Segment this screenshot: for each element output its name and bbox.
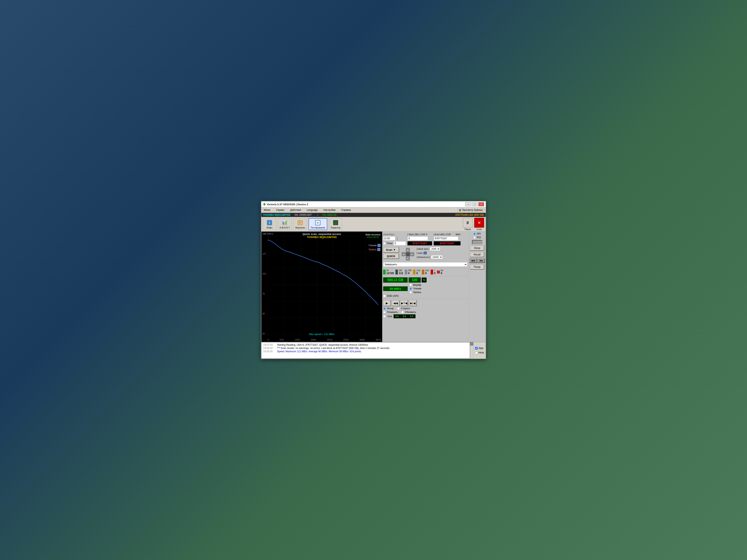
verif-label: Вериф. [413,284,421,286]
end-lba-input[interactable] [434,236,458,240]
menu-actions[interactable]: Действия [289,208,302,212]
buffer-button[interactable]: ▤ Просмотр буфера [458,208,484,212]
close-button[interactable]: ✕ [478,202,484,206]
scroll-thumb[interactable] [470,342,473,346]
menu-settings[interactable]: Настройки [323,208,336,212]
log-text-1: *** Scan results: no warnings, no errors… [277,347,390,350]
x-label-7: 467G [376,339,381,341]
timeout-select[interactable]: 10000 5000 20000 [431,255,443,259]
finish-select[interactable]: Завершить [383,262,467,267]
title-bar: ✚ Victoria 5.37 HDD/SSD | Device 2 ─ □ ✕ [261,202,486,207]
end-lba-display: 976773167 [434,241,461,245]
timer-input[interactable] [393,241,406,245]
grid-time: 00 : 00 : 02 [393,314,415,318]
timer-label: Timer [387,242,393,245]
grid-checkbox[interactable] [383,315,386,318]
time-input[interactable] [383,236,395,240]
time-input-row: ▲ ▼ [383,236,406,240]
quick-button[interactable]: QUICK [383,254,399,259]
count-25-label: 25 [386,269,394,272]
stop-button[interactable]: ✕ [474,218,484,228]
passp-button[interactable]: Passp [470,264,484,270]
erase-label: Стереть [401,307,410,310]
rd-label: RD [480,260,483,262]
auto-checkbox[interactable]: ✓ [424,251,427,255]
bar-3s [422,270,424,274]
menu-help[interactable]: Справка [340,208,352,212]
info-button[interactable]: i Инфо [263,218,276,230]
diamond-right-button[interactable]: ► [410,252,414,256]
y-label-2: 101 [262,272,266,275]
journals-button[interactable]: Журналы [293,218,307,230]
verif-radio[interactable] [409,284,412,286]
repair-radio[interactable] [383,311,386,314]
rd-button[interactable]: RD [478,259,485,263]
title-controls: ─ □ ✕ [465,202,484,206]
count-1s-value: 0 [416,272,420,275]
sleep-button[interactable]: Sleep [470,245,484,251]
skip-fwd-button[interactable]: ▶?◀ [400,300,408,306]
log-area[interactable]: 19:07:03 Starting Reading, LBA=0..976773… [261,342,470,358]
time-up-button[interactable]: ▲ [396,236,399,238]
y-label-0: 152 [262,233,266,235]
rewind-button[interactable]: ◀◀ [392,300,400,306]
editor-button[interactable]: 01010 11001 00001 Редактор [329,218,342,230]
content-wrapper: 178 (MB/s) Quick scan, sequential access… [261,232,486,342]
erase-radio[interactable] [397,307,400,310]
diamond-up-button[interactable]: ▲ [406,248,410,252]
x-label-6: 400G [360,339,365,341]
recall-button[interactable]: Recall [470,252,484,257]
api-radio[interactable] [473,233,476,235]
timer-checkbox[interactable] [383,242,386,245]
play-button[interactable]: ▶ [383,300,391,306]
diamond-center [406,252,410,256]
passp-label: Passp [474,265,481,268]
scan-button[interactable]: Scan ▼ [383,247,399,252]
lba-controls: [ End time ] ▲ ▼ Timer [383,232,467,246]
time-down-button[interactable]: ▼ [396,238,399,240]
serial-label: SN: [294,213,299,216]
count-100: 100 112 [395,269,403,275]
pause-button[interactable]: ⏸ [463,218,472,228]
ddd-checkbox[interactable] [383,295,386,297]
smart-button[interactable]: S.M.A.R.T [278,218,292,230]
x-label-2: 133G [295,339,300,341]
overwrite-radio-label: Обновить [401,311,416,314]
maximize-button[interactable]: □ [472,202,478,206]
skip-end-button[interactable]: ▶|◀ [409,300,417,306]
write-radio[interactable] [409,291,412,294]
svg-rect-17 [268,236,382,336]
diamond-left-button[interactable]: ◄ [402,252,406,256]
overwrite-radio[interactable] [401,311,404,314]
firmware-info: Fw: AM0C5E [323,213,337,216]
ignore-radio[interactable] [383,307,386,310]
diamond-br [410,257,414,261]
hints-checkbox[interactable] [475,351,478,354]
pio-label: PIO [477,236,481,239]
count-100-label: 100 [399,269,403,272]
minimize-button[interactable]: ─ [465,202,471,206]
menu-language[interactable]: Language [306,208,318,212]
count-gt-label: > [434,269,435,272]
diamond-down-button[interactable]: ▼ [406,257,410,261]
log-scrollbar[interactable] [470,342,473,358]
count-err: ✕ Err 0 [437,269,443,275]
bar-100 [395,270,398,274]
wn-label: WN [471,260,475,262]
ddd-row: DDD (API) [383,295,467,297]
sound-checkbox[interactable] [475,347,478,350]
start-lba-input[interactable] [408,236,428,240]
wn-button[interactable]: WN [469,259,477,263]
auto-label: [ auto ] [417,252,424,254]
pio-radio[interactable] [473,236,476,239]
read-radio[interactable] [409,287,412,290]
test-button[interactable]: + Тестирование [309,218,327,230]
end-lba-label: [ End LBA ] [434,233,445,236]
menu-meню[interactable]: Меню [263,208,271,212]
menu-bar: Меню Сервис Действия Language Настройки … [261,207,486,213]
menu-servis[interactable]: Сервис [275,208,285,212]
device-close-icon[interactable]: ✕ [317,214,318,216]
timer-row: Timer [383,241,406,245]
block-size-select[interactable]: 2048 512 4096 [430,247,440,251]
pause-wrap: ⏸ Пауза [463,218,472,231]
